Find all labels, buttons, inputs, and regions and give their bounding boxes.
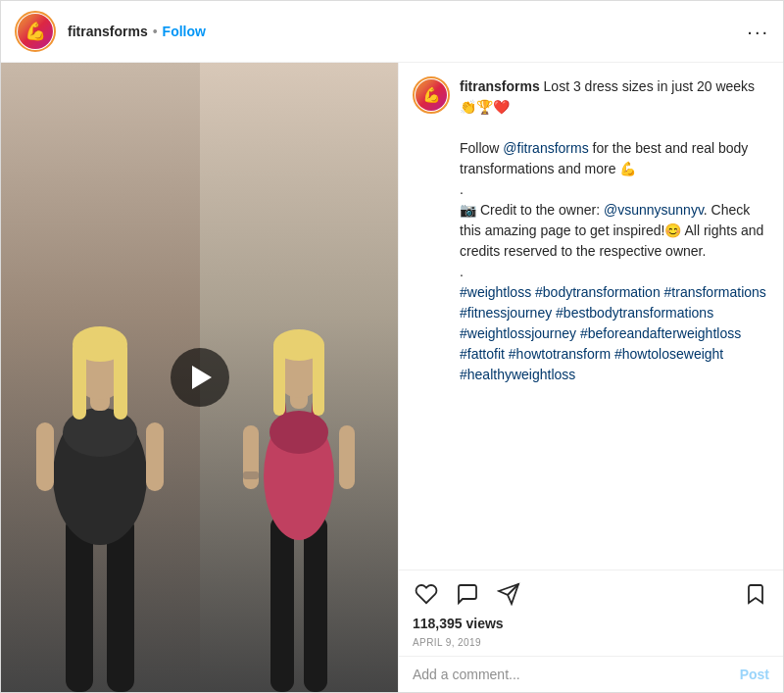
svg-rect-12	[304, 516, 327, 692]
like-button[interactable]	[413, 580, 440, 608]
content-section: 💪 fitransforms Lost 3 dress sizes in jus…	[398, 63, 783, 692]
caption-separator1: .	[460, 181, 464, 197]
post-date: APRIL 9, 2019	[399, 635, 783, 656]
bookmark-button[interactable]	[742, 580, 769, 608]
more-options-button[interactable]: ···	[747, 21, 769, 43]
svg-rect-7	[73, 341, 86, 420]
caption-line2-start: Follow	[460, 140, 503, 156]
svg-point-14	[270, 411, 328, 454]
play-button[interactable]	[171, 348, 229, 407]
header-avatar-inner: 💪	[18, 14, 53, 49]
svg-rect-24	[243, 471, 259, 479]
comment-input[interactable]	[413, 667, 740, 682]
caption-avatar-emoji: 💪	[422, 86, 441, 104]
heart-icon	[415, 582, 438, 606]
svg-rect-20	[273, 342, 285, 416]
svg-rect-8	[114, 341, 127, 420]
post-header: 💪 fitransforms • Follow ···	[1, 1, 783, 63]
comment-post-button[interactable]: Post	[740, 667, 769, 682]
play-icon	[192, 366, 212, 389]
caption-hashtags: #weightloss #bodytransformation #transfo…	[460, 284, 766, 382]
svg-rect-23	[339, 425, 355, 489]
caption-separator2: .	[460, 264, 464, 279]
bookmark-icon	[744, 582, 767, 606]
header-avatar-emoji: 💪	[24, 21, 46, 42]
header-follow-button[interactable]: Follow	[163, 24, 206, 39]
caption-area: 💪 fitransforms Lost 3 dress sizes in jus…	[399, 63, 783, 569]
views-count: 118,395 views	[399, 614, 783, 635]
svg-rect-10	[146, 422, 164, 491]
share-button[interactable]	[495, 580, 522, 608]
caption-text: fitransforms Lost 3 dress sizes in just …	[460, 76, 769, 385]
header-dot: •	[153, 24, 158, 39]
after-panel	[200, 63, 399, 692]
svg-rect-9	[36, 422, 54, 491]
media-section	[1, 63, 398, 692]
caption-avatar-inner: 💪	[416, 79, 447, 111]
comment-button[interactable]	[454, 580, 481, 608]
svg-rect-11	[270, 516, 294, 692]
actions-bar	[399, 569, 783, 614]
share-icon	[497, 582, 520, 606]
caption-credit-line: 📷 Credit to the owner:	[460, 202, 604, 218]
caption-username[interactable]: fitransforms	[460, 78, 540, 94]
post-body: 💪 fitransforms Lost 3 dress sizes in jus…	[1, 63, 783, 692]
caption-avatar[interactable]: 💪	[413, 76, 450, 114]
comment-icon	[456, 582, 479, 606]
svg-rect-22	[243, 425, 259, 489]
caption-mention[interactable]: @fitransforms	[503, 140, 588, 156]
header-avatar[interactable]: 💪	[15, 11, 56, 52]
caption-credit-mention[interactable]: @vsunnysunnyv	[604, 202, 704, 218]
caption-header: 💪 fitransforms Lost 3 dress sizes in jus…	[413, 76, 769, 385]
svg-rect-21	[313, 342, 324, 416]
header-username[interactable]: fitransforms	[68, 24, 148, 39]
comment-box: Post	[399, 656, 783, 692]
before-figure	[22, 280, 178, 692]
after-figure	[225, 280, 372, 692]
